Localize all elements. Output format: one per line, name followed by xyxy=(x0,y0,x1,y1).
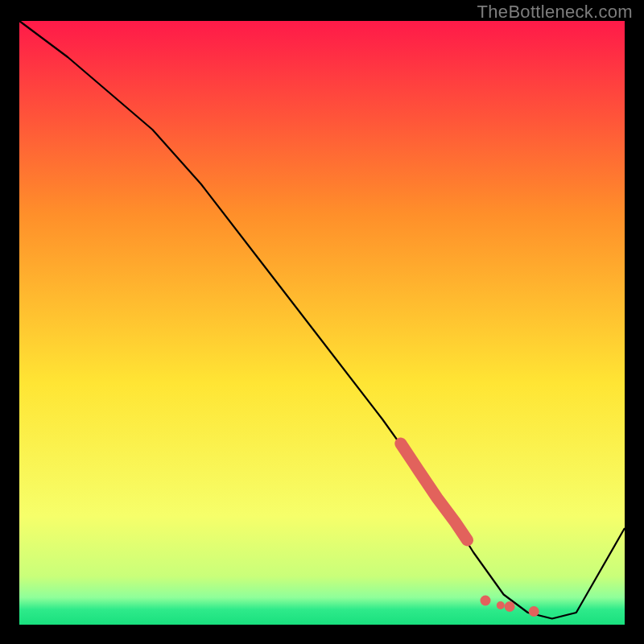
highlight-point xyxy=(481,596,491,606)
highlight-point xyxy=(505,601,515,612)
highlight-point xyxy=(529,606,539,617)
bottleneck-chart xyxy=(0,0,644,644)
highlight-point xyxy=(497,601,505,609)
watermark-text: TheBottleneck.com xyxy=(477,2,633,23)
plot-background xyxy=(19,21,625,625)
chart-container: TheBottleneck.com xyxy=(0,0,644,644)
